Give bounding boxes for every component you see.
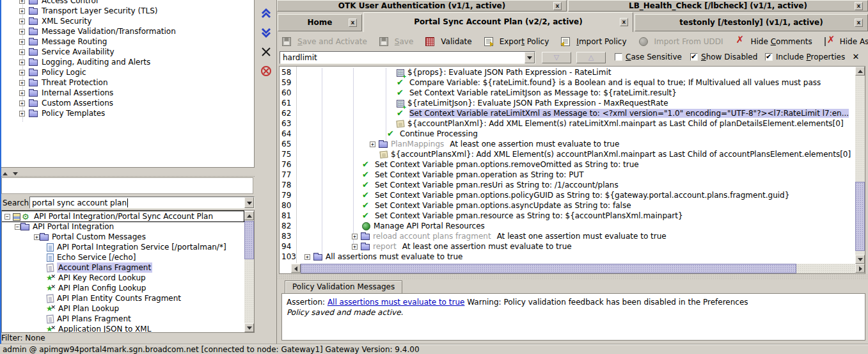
save-button[interactable]: Save bbox=[379, 37, 413, 46]
disable-assertion-icon[interactable] bbox=[260, 65, 272, 77]
policy-row-103[interactable]: 103+All assertions must evaluate to true bbox=[280, 252, 855, 262]
policy-row-80[interactable]: 80Set Context Variable pman.options.asyn… bbox=[280, 200, 855, 211]
search-input[interactable]: portal sync account plan bbox=[29, 197, 255, 209]
tree-item-portal-custom-messages[interactable]: +Portal Custom Messages bbox=[2, 232, 244, 242]
policy-row-77[interactable]: 77Set Context Variable pman.operation as… bbox=[280, 170, 855, 180]
policy-row-60[interactable]: 60Set Context Variable rateLimitJson as … bbox=[280, 88, 855, 98]
policy-row-79[interactable]: 79Set Context Variable pman.options.poli… bbox=[280, 190, 855, 200]
tab-close-button[interactable]: x bbox=[553, 2, 562, 10]
validate-button[interactable]: Validate bbox=[425, 37, 471, 46]
tab-lb-health-check[interactable]: LB_Health_Check [/lbcheck] (v1/1, active… bbox=[568, 0, 868, 12]
checkbox-icon[interactable] bbox=[690, 53, 698, 61]
policy-row-83[interactable]: 83+reload account plans fragmentAt least… bbox=[280, 231, 855, 241]
palette-category-policy-logic[interactable]: +Policy Logic bbox=[1, 67, 254, 77]
tab-close-button[interactable]: x bbox=[855, 19, 863, 27]
scrollbar-thumb[interactable] bbox=[301, 264, 796, 273]
tree-item-api-portal-integration-portal-sync-accou[interactable]: −API Portal Integration/Portal Sync Acco… bbox=[2, 211, 244, 221]
expand-plus-icon[interactable]: + bbox=[19, 70, 25, 76]
policy-row-81[interactable]: 81Set Context Variable pman.resource as … bbox=[280, 211, 855, 221]
expand-plus-icon[interactable]: + bbox=[19, 111, 25, 117]
checkbox-icon[interactable] bbox=[615, 53, 622, 61]
tree-item-api-plan-entity-counts-fragment[interactable]: API Plan Entity Counts Fragment bbox=[2, 293, 244, 303]
expand-icon[interactable]: − bbox=[15, 224, 20, 230]
expand-plus-icon[interactable]: + bbox=[19, 60, 25, 65]
splitter-down-icon[interactable] bbox=[13, 172, 18, 175]
tab-close-button[interactable]: x bbox=[620, 18, 628, 26]
tree-item-account-plans-fragment[interactable]: Account Plans Fragment bbox=[2, 262, 244, 273]
tree-item-application-json-to-xml[interactable]: Application JSON to XML bbox=[2, 324, 244, 333]
import-policy-button[interactable]: Import Policy bbox=[561, 37, 626, 46]
policy-row-75[interactable]: 75${accountPlansXml}: Add XML Element(s)… bbox=[280, 149, 855, 159]
palette-category-message-routing[interactable]: +Message Routing bbox=[1, 36, 254, 47]
scroll-right-button[interactable] bbox=[855, 264, 865, 273]
expand-plus-icon[interactable]: + bbox=[19, 39, 25, 45]
expand-plus-icon[interactable]: + bbox=[19, 8, 25, 14]
tab-home[interactable]: Home x bbox=[278, 14, 362, 31]
tab-policy-validation-messages[interactable]: Policy Validation Messages bbox=[285, 280, 402, 293]
save-and-activate-button[interactable]: Save and Activate bbox=[282, 37, 367, 46]
move-up-icon[interactable] bbox=[260, 8, 272, 19]
move-down-icon[interactable] bbox=[260, 27, 272, 38]
tree-item-api-key-record-lookup[interactable]: API Key Record Lookup bbox=[2, 273, 244, 283]
scroll-down-button[interactable] bbox=[244, 323, 254, 332]
scrollbar-thumb[interactable] bbox=[244, 221, 254, 259]
expand-icon[interactable]: − bbox=[4, 214, 10, 220]
splitter-up-icon[interactable] bbox=[3, 172, 8, 175]
close-find-icon[interactable]: ✕ bbox=[851, 52, 861, 62]
checkbox-icon[interactable] bbox=[765, 53, 773, 61]
tab-portal-sync-account-plan[interactable]: Portal Sync Account Plan (v2/2, active) … bbox=[363, 12, 633, 32]
tab-otk-user-authentication[interactable]: OTK User Authentication (v1/1, active) x bbox=[277, 0, 567, 12]
palette-category-access-control[interactable]: +Access Control bbox=[1, 0, 254, 6]
expand-plus-icon[interactable]: + bbox=[370, 141, 375, 147]
find-dropdown-button[interactable] bbox=[525, 52, 535, 63]
tree-item-api-portal-integration[interactable]: −API Portal Integration bbox=[2, 221, 244, 232]
palette-category-policy-templates[interactable]: +Policy Templates bbox=[1, 108, 254, 118]
expand-plus-icon[interactable]: + bbox=[19, 101, 25, 106]
policy-row-59[interactable]: 59Compare Variable: ${rateLimit.found} i… bbox=[280, 77, 855, 88]
palette-category-internal-assertions[interactable]: +Internal Assertions bbox=[1, 88, 254, 98]
palette-category-threat-protection[interactable]: +Threat Protection bbox=[1, 77, 254, 88]
case-sensitive-checkbox[interactable]: Case Sensitive bbox=[615, 52, 682, 61]
scroll-up-button[interactable] bbox=[244, 211, 254, 220]
search-dropdown-button[interactable] bbox=[244, 197, 254, 208]
palette-category-custom-assertions[interactable]: +Custom Assertions bbox=[1, 98, 254, 108]
scroll-up-button[interactable] bbox=[855, 67, 865, 76]
policy-row-58[interactable]: 58${props}: Evaluate JSON Path Expressio… bbox=[280, 67, 855, 77]
panel-splitter[interactable] bbox=[1, 168, 255, 177]
hide-comments-button[interactable]: Hide Comments bbox=[736, 37, 812, 46]
delete-assertion-icon[interactable] bbox=[260, 46, 272, 58]
tree-item-api-portal-integration-service-portalman[interactable]: API Portal Integration Service [/portalm… bbox=[2, 242, 244, 252]
show-disabled-checkbox[interactable]: Show Disabled bbox=[690, 52, 757, 61]
policy-row-94[interactable]: 94+reportAt least one assertion must eva… bbox=[280, 241, 855, 252]
policy-row-64[interactable]: 64Continue Processing bbox=[280, 129, 855, 139]
assertion-link[interactable]: All assertions must evaluate to true bbox=[327, 298, 465, 307]
palette-category-xml-security[interactable]: +XML Security bbox=[1, 16, 254, 26]
validation-splitter[interactable] bbox=[277, 274, 868, 280]
expand-plus-icon[interactable]: + bbox=[19, 29, 25, 35]
policy-row-78[interactable]: 78Set Context Variable pman.resUri as St… bbox=[280, 180, 855, 190]
expand-plus-icon[interactable]: + bbox=[19, 0, 25, 4]
scroll-left-button[interactable] bbox=[291, 264, 301, 273]
expand-plus-icon[interactable]: + bbox=[352, 244, 358, 250]
export-policy-button[interactable]: Export Policy bbox=[484, 37, 549, 46]
expand-plus-icon[interactable]: + bbox=[19, 49, 25, 55]
tree-item-echo-service-echo[interactable]: Echo Service [/echo] bbox=[2, 252, 244, 262]
import-from-uddi-button[interactable]: Import From UDDI bbox=[639, 37, 723, 46]
scrollbar-thumb[interactable] bbox=[855, 182, 865, 251]
palette-category-message-validation-transformation[interactable]: +Message Validation/Transformation bbox=[1, 26, 254, 36]
scroll-down-button[interactable] bbox=[855, 255, 865, 264]
tree-item-api-plans-fragment[interactable]: API Plans Fragment bbox=[2, 314, 244, 324]
policy-row-61[interactable]: 61${rateLimitJson}: Evaluate JSON Path E… bbox=[280, 98, 855, 108]
hide-assertion-numbers-button[interactable]: Hide Assertion Numbers bbox=[825, 37, 868, 46]
palette-category-transport-layer-security-tls[interactable]: +Transport Layer Security (TLS) bbox=[1, 6, 254, 16]
expand-plus-icon[interactable]: + bbox=[352, 234, 358, 239]
include-properties-checkbox[interactable]: Include Properties bbox=[765, 52, 845, 61]
tab-close-button[interactable]: x bbox=[349, 19, 357, 27]
tree-item-api-plan-lookup[interactable]: API Plan Lookup bbox=[2, 303, 244, 314]
policy-horizontal-scrollbar[interactable] bbox=[291, 264, 865, 273]
expand-plus-icon[interactable]: + bbox=[19, 19, 25, 24]
policy-row-62[interactable]: 62Set Context Variable rateLimitXml as M… bbox=[280, 108, 855, 118]
policy-row-65[interactable]: 65+PlanMappingsAt least one assertion mu… bbox=[280, 139, 855, 149]
find-next-button[interactable]: ▽ bbox=[542, 52, 571, 63]
find-input[interactable]: hardlimit bbox=[280, 51, 535, 64]
